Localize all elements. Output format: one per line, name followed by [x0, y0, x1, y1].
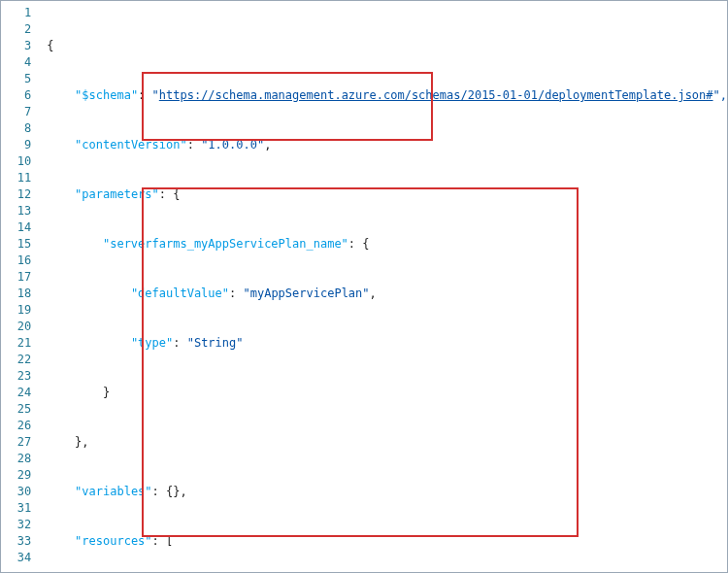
line-number: 5	[1, 71, 31, 87]
code-line[interactable]: "serverfarms_myAppServicePlan_name": {	[47, 236, 727, 253]
line-number: 12	[1, 186, 31, 203]
line-number: 27	[1, 434, 31, 451]
line-number: 9	[1, 137, 31, 153]
line-number: 18	[1, 286, 31, 302]
line-number: 13	[1, 203, 31, 219]
line-number: 7	[1, 104, 31, 120]
line-number: 21	[1, 335, 31, 352]
line-number: 14	[1, 219, 31, 236]
line-number: 26	[1, 418, 31, 434]
code-line[interactable]: "variables": {},	[47, 484, 727, 500]
code-line[interactable]: }	[47, 385, 727, 401]
line-number: 20	[1, 319, 31, 335]
line-number: 17	[1, 269, 31, 286]
line-number: 4	[1, 54, 31, 71]
code-line[interactable]: "$schema": "https://schema.management.az…	[47, 87, 727, 104]
line-number: 29	[1, 467, 31, 484]
line-number: 34	[1, 550, 31, 566]
code-line[interactable]: "resources": [	[47, 533, 727, 550]
line-number: 30	[1, 484, 31, 500]
code-lines[interactable]: { "$schema": "https://schema.management.…	[41, 1, 727, 572]
line-number: 1	[1, 5, 31, 21]
line-number: 6	[1, 87, 31, 104]
line-number: 25	[1, 401, 31, 418]
line-number: 8	[1, 120, 31, 137]
code-line[interactable]: {	[47, 38, 727, 54]
line-number: 24	[1, 385, 31, 401]
line-number: 23	[1, 368, 31, 385]
line-number: 15	[1, 236, 31, 253]
red-highlight-box	[142, 72, 433, 141]
line-number: 3	[1, 38, 31, 54]
line-number: 31	[1, 500, 31, 517]
line-number: 32	[1, 517, 31, 533]
line-number: 16	[1, 253, 31, 269]
line-number: 28	[1, 451, 31, 467]
code-line[interactable]: "parameters": {	[47, 186, 727, 203]
code-line[interactable]: "type": "String"	[47, 335, 727, 352]
line-gutter: 1 2 3 4 5 6 7 8 9 10 11 12 13 14 15 16 1…	[1, 1, 41, 572]
code-editor[interactable]: 1 2 3 4 5 6 7 8 9 10 11 12 13 14 15 16 1…	[1, 1, 727, 572]
line-number: 19	[1, 302, 31, 319]
line-number: 11	[1, 170, 31, 186]
code-line[interactable]: "contentVersion": "1.0.0.0",	[47, 137, 727, 153]
code-line[interactable]: },	[47, 434, 727, 451]
line-number: 22	[1, 352, 31, 368]
line-number: 33	[1, 533, 31, 550]
code-line[interactable]: "defaultValue": "myAppServicePlan",	[47, 286, 727, 302]
line-number: 2	[1, 21, 31, 38]
line-number: 10	[1, 153, 31, 170]
